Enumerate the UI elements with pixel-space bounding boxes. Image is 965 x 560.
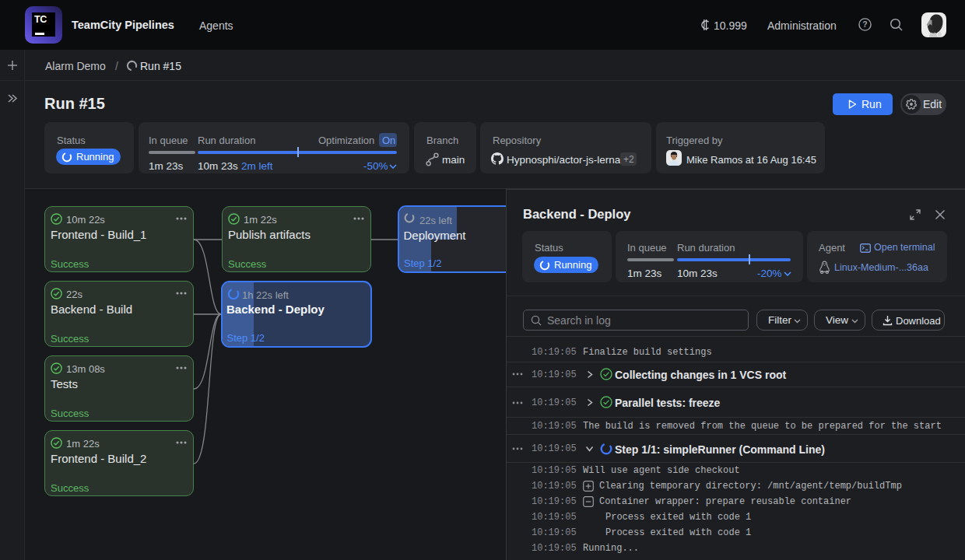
svg-text:?: ?	[862, 19, 867, 29]
